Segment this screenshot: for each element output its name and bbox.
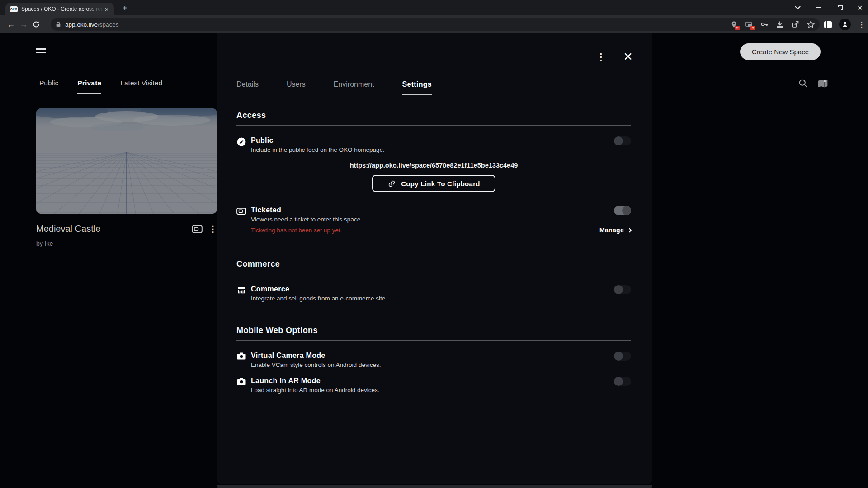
- compass-icon: [236, 137, 246, 147]
- new-tab-button[interactable]: +: [118, 2, 131, 14]
- storefront-icon: [236, 286, 246, 295]
- location-blocked-icon[interactable]: ×: [729, 20, 738, 29]
- tab-search-chevron-icon[interactable]: [793, 3, 802, 12]
- setting-row-ar: Launch In AR Mode Load straight into AR …: [236, 377, 631, 394]
- side-panel-icon[interactable]: [824, 21, 832, 28]
- modal-tab-users[interactable]: Users: [287, 80, 306, 95]
- address-bar[interactable]: app.oko.live/spaces × ×: [51, 18, 820, 31]
- map-icon[interactable]: [817, 79, 828, 89]
- camera-icon: [236, 377, 246, 385]
- link-icon: [386, 178, 398, 190]
- share-url: https://app.oko.live/space/6570e82e1f11e…: [236, 162, 631, 169]
- tab-latest-visited[interactable]: Latest Visited: [120, 79, 162, 94]
- modal-tabs: Details Users Environment Settings: [217, 33, 652, 95]
- download-icon[interactable]: [775, 20, 784, 29]
- modal-tab-settings[interactable]: Settings: [402, 80, 432, 95]
- space-thumbnail[interactable]: [36, 108, 217, 214]
- tab-close-icon[interactable]: ×: [103, 5, 110, 13]
- divider: [236, 125, 631, 126]
- manage-ticketing-link[interactable]: Manage: [599, 226, 631, 234]
- manage-label: Manage: [599, 226, 624, 234]
- tab-strip: OKO Spaces / OKO - Create across rea × +…: [0, 0, 868, 15]
- public-label: Public: [251, 136, 614, 145]
- camera-icon: [236, 352, 246, 360]
- library-tabs: Public Private Latest Visited: [39, 79, 162, 94]
- hamburger-menu-icon[interactable]: [36, 48, 46, 55]
- settings-content: Access Public Include in the public feed…: [217, 111, 652, 394]
- commerce-toggle[interactable]: [614, 285, 631, 294]
- omnibox-status-icons: × ×: [729, 20, 815, 29]
- vcam-toggle[interactable]: [614, 352, 631, 361]
- divider: [236, 274, 631, 274]
- section-commerce-title: Commerce: [236, 259, 631, 269]
- ticketed-description: Viewers need a ticket to enter this spac…: [251, 216, 599, 223]
- ticket-icon: [236, 207, 246, 215]
- section-mobile-title: Mobile Web Options: [236, 326, 631, 335]
- commerce-label: Commerce: [251, 285, 614, 293]
- create-new-space-button[interactable]: Create New Space: [740, 43, 821, 60]
- vcam-description: Enable VCam style controls on Android de…: [251, 361, 614, 368]
- lock-icon[interactable]: [55, 21, 61, 28]
- ar-description: Load straight into AR mode on Android de…: [251, 387, 614, 394]
- space-title[interactable]: Medieval Castle: [36, 224, 192, 234]
- oko-favicon: OKO: [10, 6, 18, 12]
- space-card[interactable]: Medieval Castle ⋮ by Ike: [36, 108, 217, 247]
- modal-tab-environment[interactable]: Environment: [334, 80, 374, 95]
- ticketed-toggle[interactable]: [614, 206, 631, 215]
- browser-window: OKO Spaces / OKO - Create across rea × +…: [0, 0, 868, 488]
- url-text: app.oko.live/spaces: [65, 21, 119, 28]
- setting-row-commerce: Commerce Integrate and sell goods from a…: [236, 285, 631, 302]
- tab-title: Spaces / OKO - Create across rea: [21, 6, 103, 12]
- ticketed-warning: Ticketing has not been set up yet.: [251, 227, 599, 234]
- modal-close-icon[interactable]: ×: [623, 48, 632, 64]
- restore-button[interactable]: [835, 3, 844, 12]
- copy-link-button[interactable]: Copy Link To Clipboard: [372, 175, 495, 192]
- tab-public[interactable]: Public: [39, 79, 58, 94]
- browser-toolbar: ← → app.oko.live/spaces × ×: [0, 15, 868, 33]
- popup-blocked-icon[interactable]: ×: [745, 20, 754, 29]
- profile-avatar[interactable]: [839, 19, 851, 30]
- space-settings-modal: ⋮ × Details Users Environment Settings A…: [217, 33, 652, 484]
- back-button[interactable]: ←: [5, 20, 17, 29]
- tab-private[interactable]: Private: [77, 79, 101, 94]
- oko-spaces-page: Create New Space Public Private Latest V…: [0, 33, 868, 488]
- share-icon[interactable]: [791, 20, 800, 29]
- commerce-description: Integrate and sell goods from an e-comme…: [251, 295, 614, 302]
- copy-link-label: Copy Link To Clipboard: [401, 180, 480, 188]
- minimize-button[interactable]: [814, 3, 823, 12]
- browser-tab[interactable]: OKO Spaces / OKO - Create across rea ×: [5, 3, 114, 15]
- ticketed-label: Ticketed: [251, 206, 599, 214]
- reload-button[interactable]: [30, 21, 42, 28]
- section-access-title: Access: [236, 111, 631, 120]
- setting-row-vcam: Virtual Camera Mode Enable VCam style co…: [236, 352, 631, 368]
- bookmark-star-icon[interactable]: [806, 20, 815, 29]
- space-author: by Ike: [36, 240, 217, 247]
- divider: [236, 340, 631, 341]
- setting-row-ticketed: Ticketed Viewers need a ticket to enter …: [236, 206, 631, 234]
- public-description: Include in the public feed on the OKO ho…: [251, 146, 614, 153]
- space-card-kebab-icon[interactable]: ⋮: [209, 224, 217, 234]
- public-toggle[interactable]: [614, 136, 631, 145]
- window-controls: ×: [793, 0, 864, 15]
- toolbar-right: ⋮: [824, 15, 865, 33]
- modal-kebab-icon[interactable]: ⋮: [596, 52, 606, 62]
- thumbnail-dim-overlay: [36, 108, 217, 214]
- modal-horizontal-scrollbar[interactable]: [217, 485, 652, 488]
- library-actions: [798, 79, 828, 89]
- ar-label: Launch In AR Mode: [251, 377, 614, 385]
- ticket-icon: [192, 225, 203, 233]
- vcam-label: Virtual Camera Mode: [251, 352, 614, 360]
- close-window-button[interactable]: ×: [855, 3, 864, 12]
- forward-button[interactable]: →: [17, 20, 30, 29]
- chevron-right-icon: [627, 228, 632, 232]
- browser-menu-kebab-icon[interactable]: ⋮: [858, 20, 865, 29]
- search-icon[interactable]: [798, 79, 808, 89]
- modal-tab-details[interactable]: Details: [236, 80, 259, 95]
- password-key-icon[interactable]: [760, 20, 769, 29]
- setting-row-public: Public Include in the public feed on the…: [236, 136, 631, 153]
- ar-toggle[interactable]: [614, 377, 631, 386]
